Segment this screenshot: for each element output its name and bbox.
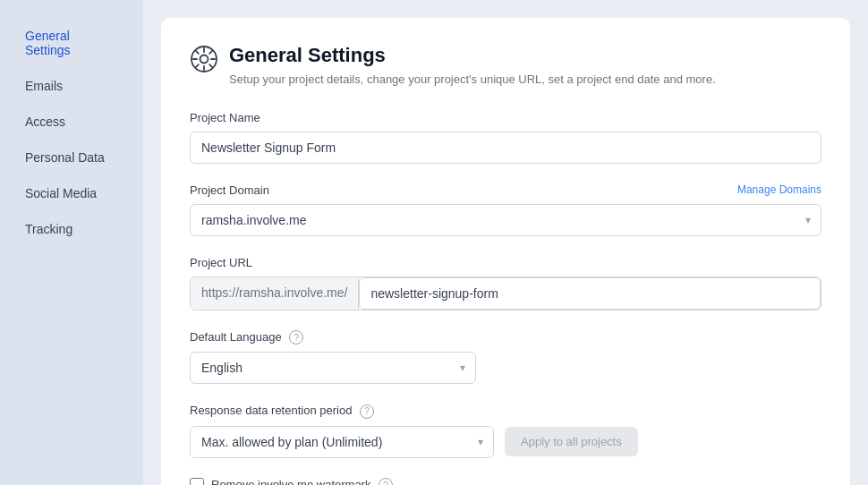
sidebar-item-personal-data[interactable]: Personal Data [7,141,136,174]
project-domain-select-wrapper: ramsha.involve.me ▾ [190,204,821,236]
retention-select[interactable]: Max. allowed by plan (Unlimited) [190,426,494,458]
project-domain-select[interactable]: ramsha.involve.me [190,204,821,236]
sidebar-item-general-settings[interactable]: General Settings [7,20,136,66]
project-url-suffix-input[interactable] [359,277,821,310]
sidebar-item-access[interactable]: Access [7,106,136,138]
default-language-group: Default Language ? English ▾ [190,330,821,385]
retention-label: Response data retention period ? [190,404,821,419]
remove-watermark-label[interactable]: Remove involve.me watermark ? [211,478,393,485]
url-prefix: https://ramsha.involve.me/ [191,277,359,310]
project-url-group: Project URL https://ramsha.involve.me/ [190,256,821,311]
manage-domains-link[interactable]: Manage Domains [737,183,821,196]
remove-watermark-checkbox[interactable] [190,478,204,485]
sidebar-item-emails[interactable]: Emails [7,70,136,102]
project-url-label: Project URL [190,256,821,269]
retention-help-icon[interactable]: ? [360,404,374,419]
sidebar-item-social-media[interactable]: Social Media [7,177,136,209]
page-title: General Settings [229,43,716,69]
gear-icon [190,45,218,73]
project-name-input[interactable] [190,132,821,164]
settings-card: General Settings Setup your project deta… [161,18,850,485]
page-subtitle: Setup your project details, change your … [229,72,716,86]
project-name-label: Project Name [190,111,821,124]
sidebar-item-tracking[interactable]: Tracking [7,213,136,245]
retention-group: Response data retention period ? Max. al… [190,404,821,458]
default-language-label: Default Language ? [190,330,821,345]
sidebar: General Settings Emails Access Personal … [0,0,143,485]
project-domain-group: Project Domain Manage Domains ramsha.inv… [190,183,821,236]
project-url-row: https://ramsha.involve.me/ [190,277,821,311]
retention-row: Max. allowed by plan (Unlimited) ▾ Apply… [190,426,821,458]
project-domain-label: Project Domain [190,183,269,197]
apply-to-all-button[interactable]: Apply to all projects [505,427,638,456]
default-language-help-icon[interactable]: ? [289,330,303,345]
retention-select-wrapper: Max. allowed by plan (Unlimited) ▾ [190,426,494,458]
watermark-help-icon[interactable]: ? [379,478,393,485]
remove-watermark-row: Remove involve.me watermark ? [190,478,821,485]
project-name-group: Project Name [190,111,821,164]
main-content: General Settings Setup your project deta… [143,0,868,485]
default-language-select-wrapper: English ▾ [190,352,476,384]
svg-point-1 [200,55,208,64]
page-header: General Settings Setup your project deta… [190,43,821,86]
default-language-select[interactable]: English [190,352,476,384]
